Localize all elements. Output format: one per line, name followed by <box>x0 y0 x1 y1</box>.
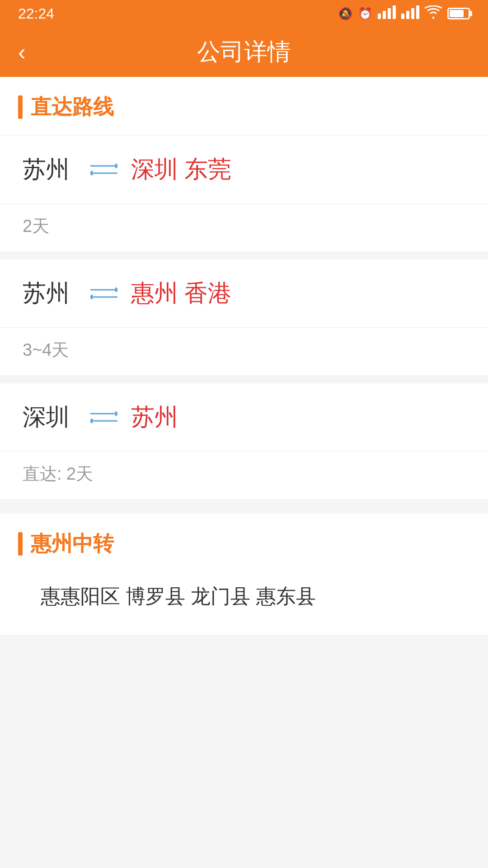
route-row-2: 苏州 惠州 香港 <box>0 259 488 328</box>
direct-routes-title: 直达路线 <box>31 93 114 121</box>
status-icons: 🔕 ⏰ <box>338 5 470 22</box>
back-button[interactable]: ‹ <box>18 41 26 63</box>
mute-icon: 🔕 <box>338 7 352 21</box>
route-row-1: 苏州 深圳 东莞 <box>0 136 488 204</box>
route-duration-2: 3~4天 <box>0 328 488 375</box>
transfer-section: 惠州中转 惠惠阳区 博罗县 龙门县 惠东县 <box>0 514 488 635</box>
route-arrow-1 <box>90 161 117 178</box>
status-bar: 22:24 🔕 ⏰ <box>0 0 488 27</box>
direct-routes-header: 直达路线 <box>0 77 488 135</box>
page-header: ‹ 公司详情 <box>0 27 488 77</box>
svg-marker-9 <box>115 163 117 169</box>
route-card-2: 苏州 惠州 香港 3~4天 <box>0 259 488 375</box>
svg-rect-0 <box>378 14 381 19</box>
svg-rect-5 <box>406 11 409 19</box>
battery-fill <box>450 10 464 17</box>
svg-rect-7 <box>416 5 419 19</box>
route-card-1: 苏州 深圳 东莞 2天 <box>0 136 488 251</box>
transfer-accent-bar <box>18 532 23 556</box>
divider-3 <box>0 499 488 506</box>
transfer-header: 惠州中转 <box>18 530 470 558</box>
transfer-cities: 惠惠阳区 博罗县 龙门县 惠东县 <box>18 571 470 621</box>
signal2-icon <box>401 5 419 22</box>
route-destinations-2: 惠州 香港 <box>131 278 465 309</box>
route-destinations-1: 深圳 东莞 <box>131 154 465 185</box>
svg-marker-11 <box>90 170 93 176</box>
svg-rect-1 <box>383 11 386 19</box>
svg-rect-3 <box>393 5 396 19</box>
svg-marker-13 <box>115 287 117 292</box>
svg-marker-19 <box>90 418 93 424</box>
route-arrow-2 <box>90 285 117 302</box>
svg-rect-2 <box>388 8 391 19</box>
svg-marker-15 <box>90 294 93 300</box>
wifi-icon <box>425 5 442 22</box>
svg-rect-4 <box>401 14 404 19</box>
svg-rect-6 <box>411 8 414 19</box>
route-card-3: 深圳 苏州 直达: 2天 <box>0 383 488 499</box>
page-title: 公司详情 <box>197 36 291 68</box>
divider-1 <box>0 251 488 259</box>
accent-bar <box>18 95 23 119</box>
route-arrow-3 <box>90 409 117 425</box>
route-origin-2: 苏州 <box>23 278 77 309</box>
route-destinations-3: 苏州 <box>131 401 465 433</box>
alarm-icon: ⏰ <box>358 7 372 21</box>
battery-icon <box>447 8 470 19</box>
route-row-3: 深圳 苏州 <box>0 383 488 452</box>
route-origin-3: 深圳 <box>23 401 77 433</box>
content-area: 直达路线 苏州 深圳 东莞 2天 苏州 <box>0 77 488 868</box>
transfer-title: 惠州中转 <box>31 530 114 558</box>
svg-marker-17 <box>115 411 117 416</box>
route-origin-1: 苏州 <box>23 154 77 185</box>
route-duration-3: 直达: 2天 <box>0 452 488 499</box>
route-duration-1: 2天 <box>0 204 488 251</box>
status-time: 22:24 <box>18 5 54 22</box>
divider-2 <box>0 375 488 382</box>
signal-icon <box>378 5 396 22</box>
